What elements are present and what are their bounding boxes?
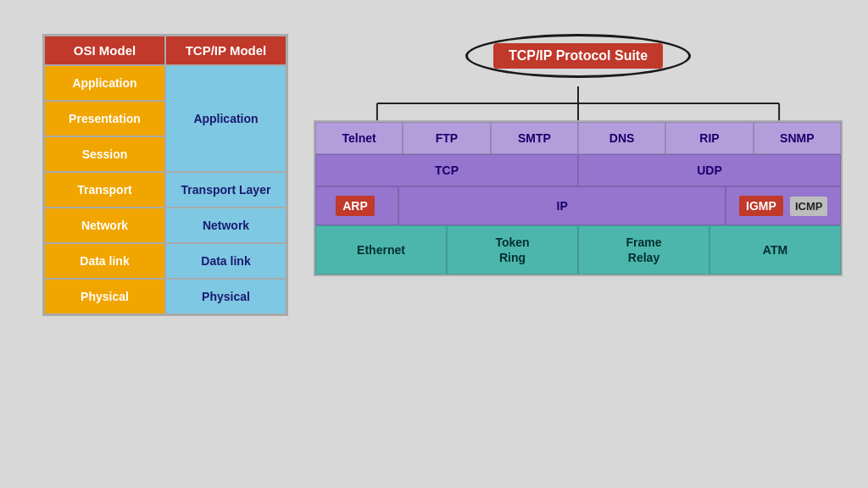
- tcpip-transport: Transport Layer: [165, 172, 287, 208]
- osi-datalink: Data link: [44, 243, 165, 279]
- osi-application: Application: [44, 65, 165, 101]
- proto-smtp: SMTP: [491, 122, 578, 154]
- proto-ethernet: Ethernet: [315, 225, 447, 274]
- osi-model-header: OSI Model: [44, 36, 165, 65]
- osi-presentation: Presentation: [44, 101, 165, 136]
- proto-snmp: SNMP: [754, 122, 841, 154]
- proto-udp: UDP: [578, 154, 841, 186]
- tcpip-model-header: TCP/IP Model: [165, 36, 287, 65]
- tcpip-application: Application: [165, 65, 287, 172]
- proto-telnet: Telnet: [315, 122, 403, 154]
- proto-arp-badge: ARP: [336, 196, 375, 216]
- proto-ip: IP: [398, 186, 726, 225]
- protocol-grid: Telnet FTP SMTP DNS RIP SNMP TCP UDP ARP…: [314, 120, 843, 276]
- oval-container: TCP/IP Protocol Suite: [465, 34, 691, 78]
- proto-dns: DNS: [578, 122, 665, 154]
- proto-igmp-badge: IGMP: [739, 196, 783, 216]
- oval-bubble: TCP/IP Protocol Suite: [465, 34, 691, 78]
- tree-connector: [314, 86, 843, 120]
- proto-tcp: TCP: [315, 154, 578, 186]
- proto-igmp-icmp-cell: IGMP ICMP: [726, 186, 841, 225]
- osi-transport: Transport: [44, 172, 165, 208]
- proto-ftp: FTP: [403, 122, 490, 154]
- osi-network: Network: [44, 208, 165, 243]
- transport-row: TCP UDP: [315, 154, 841, 186]
- osi-physical: Physical: [44, 279, 165, 314]
- proto-rip: RIP: [665, 122, 753, 154]
- main-container: OSI Model TCP/IP Model Application Appli…: [0, 0, 868, 488]
- tcpip-datalink: Data link: [165, 243, 287, 279]
- tcpip-network: Network: [165, 208, 287, 243]
- tcpip-suite-title: TCP/IP Protocol Suite: [493, 43, 663, 69]
- proto-arp-cell: ARP: [315, 186, 398, 225]
- proto-icmp-badge: ICMP: [790, 197, 828, 216]
- proto-token-ring: TokenRing: [447, 225, 578, 274]
- datalink-row: Ethernet TokenRing FrameRelay ATM: [315, 225, 841, 274]
- tree-svg: [314, 86, 843, 120]
- app-protocols-row: Telnet FTP SMTP DNS RIP SNMP: [315, 122, 841, 154]
- osi-session: Session: [44, 136, 165, 172]
- proto-frame-relay: FrameRelay: [578, 225, 709, 274]
- right-section: TCP/IP Protocol Suite Telnet: [314, 34, 843, 276]
- tcpip-physical: Physical: [165, 279, 287, 314]
- network-row: ARP IP IGMP ICMP: [315, 186, 841, 225]
- osi-table: OSI Model TCP/IP Model Application Appli…: [42, 34, 288, 316]
- proto-atm: ATM: [709, 225, 841, 274]
